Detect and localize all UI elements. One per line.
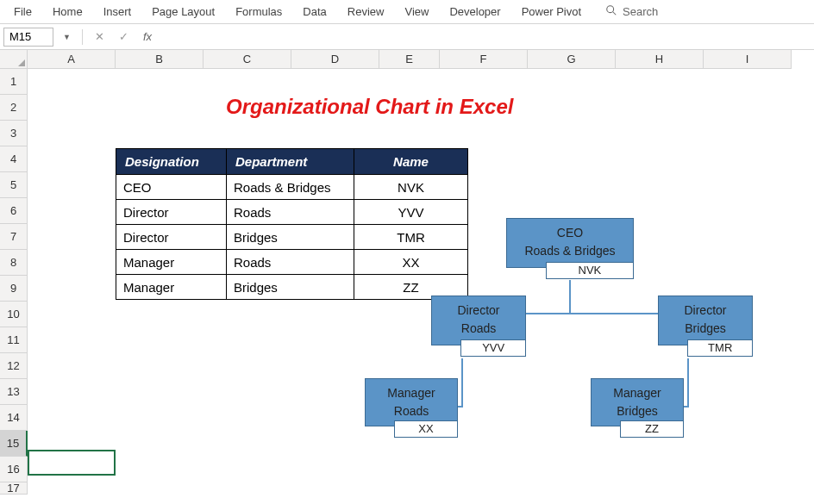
fx-label[interactable]: fx xyxy=(143,30,152,43)
row-header[interactable]: 12 xyxy=(0,353,28,379)
ribbon-tab-developer[interactable]: Developer xyxy=(439,2,510,22)
col-header-h[interactable]: H xyxy=(616,50,704,69)
column-headers: A B C D E F G H I xyxy=(0,50,814,69)
row-header[interactable]: 2 xyxy=(0,95,28,121)
org-connector xyxy=(461,358,463,408)
cell-designation[interactable]: Manager xyxy=(116,275,227,300)
org-name: NVK xyxy=(546,262,634,279)
col-header-i[interactable]: I xyxy=(704,50,792,69)
search-icon xyxy=(605,4,617,19)
org-node-director-roads[interactable]: Director Roads YVV xyxy=(431,296,526,345)
ribbon-tab-formulas[interactable]: Formulas xyxy=(225,2,292,22)
ribbon-tab-data[interactable]: Data xyxy=(292,2,336,22)
cell-designation[interactable]: Manager xyxy=(116,250,227,275)
row-header[interactable]: 16 xyxy=(0,457,28,482)
cell-designation[interactable]: CEO xyxy=(116,175,227,200)
header-department[interactable]: Department xyxy=(227,149,354,175)
row-header[interactable]: 9 xyxy=(0,276,28,302)
ribbon-tab-insert[interactable]: Insert xyxy=(93,2,142,22)
col-header-a[interactable]: A xyxy=(28,50,116,69)
org-connector xyxy=(569,280,571,313)
row-header[interactable]: 14 xyxy=(0,405,28,431)
accept-formula-button[interactable]: ✓ xyxy=(116,30,133,43)
org-node-manager-roads[interactable]: Manager Roads XX xyxy=(365,378,458,426)
org-node-director-bridges[interactable]: Director Bridges TMR xyxy=(658,296,753,345)
org-name: YVV xyxy=(460,339,526,357)
formula-bar: M15 ▼ ✕ ✓ fx xyxy=(0,24,814,50)
org-chart[interactable]: CEO Roads & Bridges NVK Director Roads Y… xyxy=(334,218,812,504)
row-header[interactable]: 11 xyxy=(0,327,28,353)
org-dept: Roads xyxy=(369,402,454,420)
formula-input[interactable] xyxy=(159,28,811,47)
org-dept: Roads xyxy=(435,320,522,338)
ribbon-tab-page-layout[interactable]: Page Layout xyxy=(141,2,225,22)
page-title: Organizational Chart in Excel xyxy=(226,95,513,119)
org-title: CEO xyxy=(510,224,629,242)
ribbon-tab-review[interactable]: Review xyxy=(337,2,395,22)
name-box-value: M15 xyxy=(9,30,31,43)
header-name[interactable]: Name xyxy=(354,149,468,175)
cell-designation[interactable]: Director xyxy=(116,225,227,250)
name-box[interactable]: M15 xyxy=(3,28,53,47)
ribbon-tab-home[interactable]: Home xyxy=(42,2,93,22)
col-header-b[interactable]: B xyxy=(116,50,204,69)
row-header[interactable]: 4 xyxy=(0,146,28,172)
table-header-row: Designation Department Name xyxy=(116,149,468,175)
row-header[interactable]: 17 xyxy=(0,482,28,495)
row-header[interactable]: 8 xyxy=(0,250,28,276)
divider xyxy=(82,29,83,45)
col-header-d[interactable]: D xyxy=(291,50,379,69)
col-header-f[interactable]: F xyxy=(440,50,528,69)
svg-point-0 xyxy=(607,6,614,13)
row-header[interactable]: 5 xyxy=(0,172,28,198)
search-placeholder: Search xyxy=(623,5,658,18)
org-name: XX xyxy=(394,420,458,438)
row-header-selected[interactable]: 15 xyxy=(0,431,28,457)
select-all-corner[interactable] xyxy=(0,50,28,69)
org-title: Director xyxy=(435,302,522,320)
ribbon-tabs: File Home Insert Page Layout Formulas Da… xyxy=(0,0,814,24)
org-dept: Roads & Bridges xyxy=(510,242,629,260)
cell-name[interactable]: NVK xyxy=(354,175,468,200)
ribbon-tab-file[interactable]: File xyxy=(3,2,42,22)
svg-line-1 xyxy=(613,12,617,16)
chevron-down-icon[interactable]: ▼ xyxy=(60,33,73,41)
col-header-g[interactable]: G xyxy=(528,50,616,69)
org-title: Manager xyxy=(595,384,679,402)
header-designation[interactable]: Designation xyxy=(116,149,227,175)
org-node-manager-bridges[interactable]: Manager Bridges ZZ xyxy=(591,378,684,426)
ribbon-tab-view[interactable]: View xyxy=(394,2,439,22)
row-header[interactable]: 13 xyxy=(0,379,28,405)
worksheet-canvas[interactable]: Organizational Chart in Excel Designatio… xyxy=(28,69,814,495)
org-title: Director xyxy=(662,302,748,320)
org-dept: Bridges xyxy=(662,320,748,338)
org-name: ZZ xyxy=(620,420,684,438)
table-row: CEO Roads & Bridges NVK xyxy=(116,175,468,200)
row-header[interactable]: 3 xyxy=(0,121,28,146)
org-connector xyxy=(687,358,689,408)
ribbon-tab-power-pivot[interactable]: Power Pivot xyxy=(511,2,592,22)
row-header[interactable]: 6 xyxy=(0,198,28,224)
org-title: Manager xyxy=(369,384,454,402)
ribbon-search[interactable]: Search xyxy=(605,4,658,19)
row-header[interactable]: 10 xyxy=(0,302,28,327)
cell-department[interactable]: Roads & Bridges xyxy=(227,175,354,200)
row-headers: 1 2 3 4 5 6 7 8 9 10 11 12 13 14 15 16 1… xyxy=(0,69,28,495)
org-node-ceo[interactable]: CEO Roads & Bridges NVK xyxy=(506,218,634,268)
row-header[interactable]: 7 xyxy=(0,224,28,250)
cancel-formula-button[interactable]: ✕ xyxy=(91,30,109,43)
org-name: TMR xyxy=(687,339,753,357)
col-header-c[interactable]: C xyxy=(204,50,291,69)
col-header-e[interactable]: E xyxy=(379,50,440,69)
cell-designation[interactable]: Director xyxy=(116,200,227,225)
row-header[interactable]: 1 xyxy=(0,69,28,95)
org-dept: Bridges xyxy=(595,402,679,420)
